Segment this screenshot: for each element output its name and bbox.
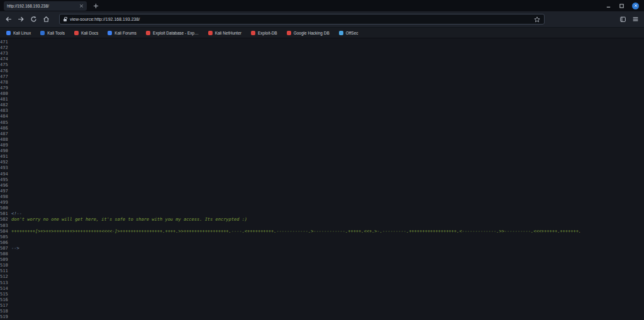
bookmark-favicon xyxy=(6,31,11,35)
tab-close-icon[interactable] xyxy=(79,4,84,8)
close-window-icon[interactable] xyxy=(632,3,639,9)
line-number: 480 xyxy=(0,91,11,97)
source-line: 517 xyxy=(0,303,644,309)
bookmark-item[interactable]: Exploit Database - Exp… xyxy=(146,31,199,35)
bookmark-favicon xyxy=(287,31,291,35)
bookmark-label: Kali NetHunter xyxy=(215,31,242,35)
bookmark-favicon xyxy=(251,31,255,35)
line-number: 518 xyxy=(0,309,11,314)
source-line: 492 xyxy=(0,160,644,165)
line-number: 501 xyxy=(0,211,11,217)
bookmark-item[interactable]: Kali Tools xyxy=(40,31,65,35)
source-line: 487 xyxy=(0,131,644,137)
line-code: don't worry no one will get here, it's s… xyxy=(11,217,247,223)
menu-icon[interactable] xyxy=(632,16,639,23)
line-number: 482 xyxy=(0,102,11,108)
source-line: 516 xyxy=(0,297,644,303)
source-line: 508 xyxy=(0,251,644,257)
browser-window: http://192.168.193.238/ xyxy=(0,0,644,320)
line-number: 498 xyxy=(0,194,11,200)
source-line: 512 xyxy=(0,274,644,280)
bookmark-star-icon[interactable] xyxy=(534,16,540,23)
bookmark-label: Google Hacking DB xyxy=(294,31,330,35)
line-number: 503 xyxy=(0,223,11,229)
line-number: 472 xyxy=(0,45,11,51)
source-line: 476 xyxy=(0,69,644,74)
line-number: 504 xyxy=(0,229,11,234)
source-line: 514 xyxy=(0,286,644,292)
bookmark-item[interactable]: Kali Docs xyxy=(74,31,98,35)
line-number: 491 xyxy=(0,154,11,160)
window-controls xyxy=(606,3,644,9)
url-text[interactable]: view-source:http://192.168.193.238/ xyxy=(70,17,531,21)
line-number: 493 xyxy=(0,165,11,171)
forward-icon[interactable] xyxy=(18,16,25,23)
source-line: 473 xyxy=(0,51,644,57)
bookmark-label: Kali Linux xyxy=(13,31,31,35)
new-tab-button[interactable] xyxy=(93,3,99,9)
maximize-icon[interactable] xyxy=(619,3,625,9)
source-line: 513 xyxy=(0,280,644,286)
source-line: 504 +++++++++[>+>++>+++++++>++++++++++<<… xyxy=(0,229,644,234)
source-line: 471 xyxy=(0,40,644,45)
bookmark-label: Kali Tools xyxy=(47,31,65,35)
line-number: 502 xyxy=(0,217,11,223)
line-number: 507 xyxy=(0,246,11,251)
source-line: 509 xyxy=(0,257,644,263)
source-line: 477 xyxy=(0,74,644,80)
view-source-content[interactable]: 471 472 473 474 475 476 477 478 479 480 xyxy=(0,38,644,320)
source-line: 489 xyxy=(0,143,644,148)
source-line: 501 <!-- xyxy=(0,211,644,217)
line-number: 516 xyxy=(0,297,11,303)
line-number: 499 xyxy=(0,200,11,206)
line-number: 483 xyxy=(0,108,11,114)
line-number: 509 xyxy=(0,257,11,263)
line-code: <!-- xyxy=(11,211,22,217)
source-line: 500 xyxy=(0,206,644,211)
line-number: 489 xyxy=(0,143,11,148)
reload-icon[interactable] xyxy=(30,16,37,23)
source-line: 483 xyxy=(0,108,644,114)
source-line: 519 xyxy=(0,314,644,320)
source-line: 481 xyxy=(0,97,644,102)
bookmark-favicon xyxy=(74,31,79,35)
line-number: 487 xyxy=(0,131,11,137)
bookmark-item[interactable]: Kali NetHunter xyxy=(208,31,242,35)
bookmark-item[interactable]: Google Hacking DB xyxy=(287,31,330,35)
line-number: 484 xyxy=(0,114,11,119)
source-line: 475 xyxy=(0,62,644,68)
back-icon[interactable] xyxy=(5,16,12,23)
bookmark-favicon xyxy=(339,31,343,35)
library-icon[interactable] xyxy=(619,16,626,23)
line-code: --> xyxy=(11,246,19,251)
source-line: 511 xyxy=(0,268,644,274)
source-line: 482 xyxy=(0,102,644,108)
line-number: 512 xyxy=(0,274,11,280)
source-line: 506 xyxy=(0,240,644,246)
lock-icon[interactable] xyxy=(64,19,67,21)
source-line: 480 xyxy=(0,91,644,97)
tab-title: http://192.168.193.238/ xyxy=(7,4,77,8)
bookmark-item[interactable]: Kali Linux xyxy=(6,31,31,35)
source-line: 496 xyxy=(0,183,644,189)
url-bar[interactable]: view-source:http://192.168.193.238/ xyxy=(59,14,545,25)
browser-tab[interactable]: http://192.168.193.238/ xyxy=(4,1,87,11)
line-number: 477 xyxy=(0,74,11,80)
source-line: 472 xyxy=(0,45,644,51)
source-line: 502 don't worry no one will get here, it… xyxy=(0,217,644,223)
home-icon[interactable] xyxy=(43,16,50,23)
line-number: 490 xyxy=(0,148,11,154)
line-number: 500 xyxy=(0,206,11,211)
line-number: 479 xyxy=(0,86,11,91)
source-line: 503 xyxy=(0,223,644,229)
line-number: 471 xyxy=(0,40,11,45)
bookmark-favicon xyxy=(108,31,112,35)
bookmark-item[interactable]: Kali Forums xyxy=(108,31,136,35)
bookmarks-toolbar: Kali Linux Kali Tools Kali Docs Kali For… xyxy=(0,28,644,38)
bookmark-item[interactable]: Exploit-DB xyxy=(251,31,277,35)
line-number: 513 xyxy=(0,280,11,286)
minimize-icon[interactable] xyxy=(606,3,611,9)
bookmark-item[interactable]: OffSec xyxy=(339,31,358,35)
bookmark-label: OffSec xyxy=(346,31,358,35)
line-number: 476 xyxy=(0,69,11,74)
